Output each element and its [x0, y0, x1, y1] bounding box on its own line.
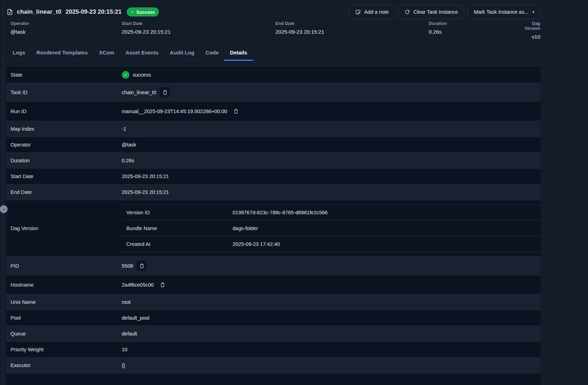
value-text-queue: default [122, 331, 137, 337]
row-value-duration: 0.26s [122, 158, 134, 163]
meta-value-start-date: 2025-09-23 20:15:21 [122, 29, 275, 35]
tab-audit-log[interactable]: Audit Log [164, 46, 200, 61]
state-text: success [133, 72, 151, 78]
expand-panel-handle[interactable]: › [0, 205, 8, 213]
row-value-operator: @task [122, 142, 136, 148]
tab-details[interactable]: Details [224, 46, 253, 61]
meta-label-start-date: Start Date [122, 21, 275, 26]
page-timestamp: 2025-09-23 20:15:21 [66, 8, 122, 15]
add-a-note-button[interactable]: Add a note [349, 5, 395, 19]
row-label-executor: Executor [11, 363, 122, 368]
check-icon: ✓ [131, 9, 134, 14]
clear-task-instance-label: Clear Task Instance [413, 9, 458, 15]
copy-button-pid[interactable] [136, 261, 147, 271]
subtable-value-created-at: 2025-09-23 17:42:40 [233, 241, 280, 247]
row-value-pid: 5508 [122, 261, 147, 271]
meta-value-operator: @task [11, 29, 122, 35]
table-row-run-id: Run IDmanual__2025-09-23T14:45:19.502286… [6, 102, 541, 121]
subtable-row-version-id: Version ID0199767d-823c-788c-8765-d6981f… [122, 204, 541, 220]
meta-end-date: End Date2025-09-23 20:15:21 [275, 21, 429, 40]
table-row-pool: Pooldefault_pool [6, 310, 541, 326]
caret-down-icon: ▾ [532, 10, 534, 14]
value-text-unix-name: root [122, 299, 131, 305]
row-label-hostname: Hostname [11, 282, 122, 288]
row-value-state: ✓success [122, 71, 151, 79]
mark-task-instance-as-button[interactable]: Mark Task Instance as...▾ [467, 5, 541, 19]
mark-task-instance-as-label: Mark Task Instance as... [474, 9, 528, 15]
row-value-priority-weight: 10 [122, 347, 127, 352]
meta-label-end-date: End Date [275, 21, 429, 26]
value-text-hostname: 2a4f6ce05c00 [122, 282, 154, 288]
task-instance-panel: chain_linear_t0 2025-09-23 20:15:21 ✓ Su… [6, 0, 541, 385]
value-text-task-id: chain_linear_t0 [122, 90, 156, 95]
meta-label-duration: Duration [429, 21, 522, 26]
meta-label-operator: Operator [11, 21, 122, 26]
table-row-operator: Operator@task [6, 137, 541, 153]
row-label-duration: Duration [11, 158, 122, 163]
row-label-operator: Operator [11, 142, 122, 148]
split-pane-divider[interactable] [3, 0, 3, 385]
row-value-start-date: 2025-09-23 20:15:21 [122, 174, 169, 179]
row-label-queue: Queue [11, 331, 122, 337]
subtable-label-bundle-name: Bundle Name [122, 226, 233, 231]
meta-value-end-date: 2025-09-23 20:15:21 [275, 29, 429, 35]
tab-code[interactable]: Code [200, 46, 225, 61]
tab-asset-events[interactable]: Asset Events [120, 46, 164, 61]
row-label-dag-version: Dag Version [11, 226, 122, 231]
table-row-start-date: Start Date2025-09-23 20:15:21 [6, 169, 541, 184]
subtable-label-created-at: Created At [122, 241, 233, 247]
meta-strip: Operator@taskStart Date2025-09-23 20:15:… [6, 18, 541, 40]
table-row-map-index: Map Index-1 [6, 121, 541, 137]
table-row-hostname: Hostname2a4f6ce05c00 [6, 275, 541, 294]
table-row-executor: Executor{} [6, 358, 541, 373]
status-badge: ✓ Success [127, 7, 159, 17]
copy-button-run-id[interactable] [230, 106, 241, 117]
value-text-map-index: -1 [122, 126, 126, 132]
value-text-end-date: 2025-09-23 20:15:21 [122, 189, 169, 195]
row-value-unix-name: root [122, 299, 131, 305]
table-row-pid: PID5508 [6, 256, 541, 275]
copy-icon [162, 90, 168, 95]
meta-operator: Operator@task [11, 21, 122, 40]
copy-button-hostname[interactable] [157, 280, 168, 290]
note-icon [355, 9, 361, 15]
row-value-end-date: 2025-09-23 20:15:21 [122, 189, 169, 195]
dag-version-subtable: Version ID0199767d-823c-788c-8765-d6981f… [122, 204, 541, 252]
tab-logs[interactable]: Logs [7, 46, 31, 61]
row-value-run-id: manual__2025-09-23T14:45:19.502286+00:00 [122, 106, 241, 117]
table-row-duration: Duration0.26s [6, 153, 541, 169]
meta-value-dag-version: v10 [522, 34, 540, 40]
row-label-end-date: End Date [11, 189, 122, 195]
clear-task-instance-button[interactable]: Clear Task Instance [398, 5, 464, 19]
copy-button-task-id[interactable] [160, 87, 170, 98]
copy-icon [139, 263, 145, 269]
tab-xcom[interactable]: XCom [93, 46, 120, 61]
tab-rendered-templates[interactable]: Rendered Templates [31, 46, 93, 61]
row-value-map-index: -1 [122, 126, 126, 132]
meta-label-dag-version: Dag Version [522, 21, 540, 31]
chevron-right-icon: › [3, 207, 5, 212]
table-row-priority-weight: Priority Weight10 [6, 342, 541, 358]
row-label-state: State [11, 72, 122, 78]
subtable-row-bundle-name: Bundle Namedags-folder [122, 220, 541, 236]
task-document-icon [6, 8, 13, 15]
value-text-run-id: manual__2025-09-23T14:45:19.502286+00:00 [122, 109, 227, 114]
value-text-start-date: 2025-09-23 20:15:21 [122, 174, 169, 179]
table-row-task-id: Task IDchain_linear_t0 [6, 83, 541, 102]
header: chain_linear_t0 2025-09-23 20:15:21 ✓ Su… [6, 0, 541, 18]
refresh-icon [405, 9, 410, 15]
row-label-start-date: Start Date [11, 174, 122, 179]
meta-value-duration: 0.26s [429, 29, 522, 35]
table-row-cutoff [6, 373, 541, 385]
table-row-end-date: End Date2025-09-23 20:15:21 [6, 184, 541, 200]
subtable-row-created-at: Created At2025-09-23 17:42:40 [122, 236, 541, 252]
value-text-priority-weight: 10 [122, 347, 127, 352]
value-text-executor: {} [122, 363, 125, 368]
page-title: chain_linear_t0 [17, 8, 61, 15]
value-text-pid: 5508 [122, 263, 133, 269]
meta-dag-version: Dag Versionv10 [522, 21, 541, 40]
row-value-executor: {} [122, 363, 125, 368]
header-actions: Add a noteClear Task InstanceMark Task I… [349, 5, 541, 19]
status-badge-label: Success [136, 9, 155, 15]
row-label-unix-name: Unix Name [11, 299, 122, 305]
